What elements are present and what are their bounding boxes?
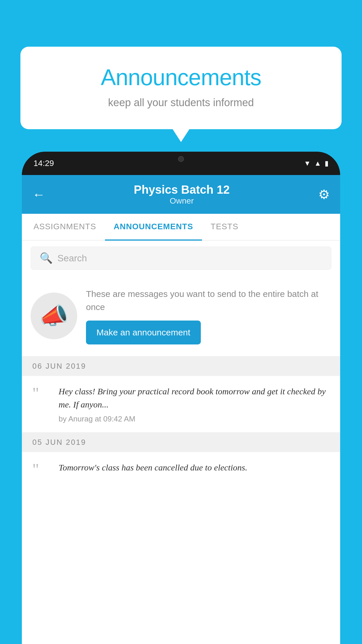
- make-announcement-button[interactable]: Make an announcement: [86, 321, 201, 344]
- date-separator-1: 06 JUN 2019: [22, 356, 340, 376]
- app-header: ← Physics Batch 12 Owner ⚙: [22, 175, 340, 214]
- date-separator-2: 05 JUN 2019: [22, 433, 340, 452]
- search-bar[interactable]: 🔍 Search: [31, 246, 331, 270]
- announcement-text-1: Hey class! Bring your practical record b…: [59, 385, 330, 411]
- header-title-group: Physics Batch 12 Owner: [45, 183, 318, 206]
- search-icon: 🔍: [40, 252, 53, 264]
- bubble-title: Announcements: [44, 64, 318, 91]
- wifi-icon: ▼: [304, 159, 311, 167]
- announcement-item-2[interactable]: " Tomorrow's class has been cancelled du…: [22, 452, 340, 486]
- header-subtitle: Owner: [45, 196, 318, 206]
- camera-dot: [178, 156, 184, 162]
- phone-container: 14:29 ▼ ▲ ▮ ← Physics Batch 12 Owner ⚙: [22, 152, 340, 644]
- back-button[interactable]: ←: [32, 188, 45, 201]
- megaphone-circle: 📣: [31, 293, 77, 339]
- quote-icon-1: ": [32, 385, 50, 400]
- speech-bubble: Announcements keep all your students inf…: [20, 47, 342, 129]
- quote-icon-2: ": [32, 461, 50, 476]
- settings-icon[interactable]: ⚙: [318, 187, 330, 202]
- search-container: 🔍 Search: [22, 241, 340, 276]
- phone-notch: [158, 152, 204, 166]
- status-bar: 14:29 ▼ ▲ ▮: [22, 152, 340, 175]
- announcement-meta-1: by Anurag at 09:42 AM: [59, 414, 330, 424]
- announcement-prompt: 📣 These are messages you want to send to…: [22, 276, 340, 356]
- battery-icon: ▮: [325, 159, 328, 167]
- prompt-description: These are messages you want to send to t…: [86, 287, 331, 314]
- announcement-content-2: Tomorrow's class has been cancelled due …: [59, 461, 330, 477]
- phone-screen: ← Physics Batch 12 Owner ⚙ ASSIGNMENTS A…: [22, 175, 340, 644]
- speech-bubble-section: Announcements keep all your students inf…: [20, 47, 342, 129]
- announcement-item-1[interactable]: " Hey class! Bring your practical record…: [22, 376, 340, 433]
- prompt-content: These are messages you want to send to t…: [86, 287, 331, 344]
- header-title: Physics Batch 12: [45, 183, 318, 196]
- search-placeholder: Search: [57, 253, 87, 264]
- announcement-content-1: Hey class! Bring your practical record b…: [59, 385, 330, 424]
- tab-assignments[interactable]: ASSIGNMENTS: [25, 214, 105, 241]
- phone-frame: 14:29 ▼ ▲ ▮ ← Physics Batch 12 Owner ⚙: [22, 152, 340, 644]
- megaphone-icon: 📣: [39, 302, 68, 330]
- signal-icon: ▲: [314, 159, 321, 167]
- announcement-text-2: Tomorrow's class has been cancelled due …: [59, 461, 330, 474]
- tabs-bar: ASSIGNMENTS ANNOUNCEMENTS TESTS: [22, 214, 340, 241]
- tab-announcements[interactable]: ANNOUNCEMENTS: [105, 214, 202, 241]
- tab-tests[interactable]: TESTS: [202, 214, 247, 241]
- bubble-subtitle: keep all your students informed: [44, 97, 318, 109]
